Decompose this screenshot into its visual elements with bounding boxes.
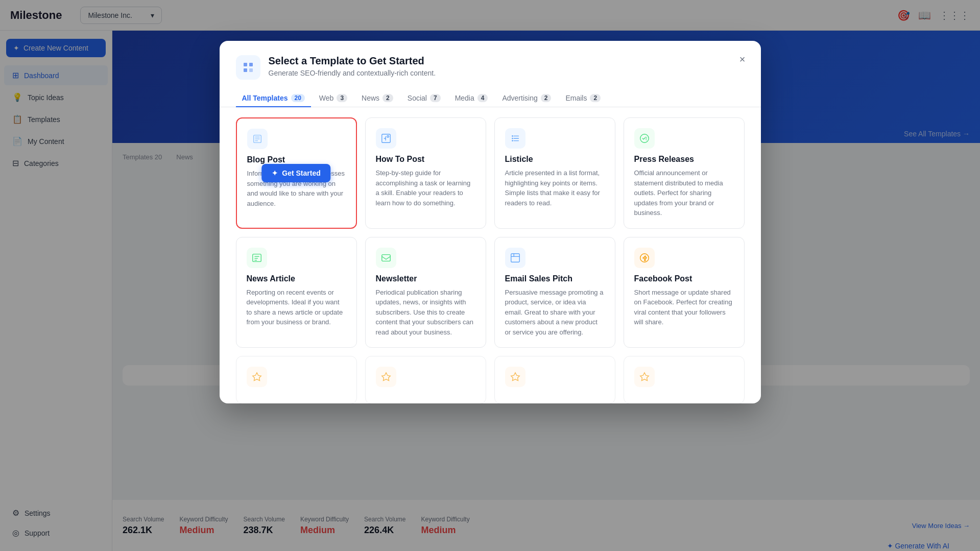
template-card-blog-post[interactable]: Blog Post Informative article that addre… — [236, 117, 357, 229]
tab-web-label: Web — [319, 94, 334, 102]
tab-advertising-count: 2 — [541, 94, 552, 102]
listicle-desc: Article presented in a list format, high… — [505, 168, 605, 208]
newsletter-desc: Periodical publication sharing updates, … — [376, 288, 475, 338]
press-releases-title: Press Releases — [634, 155, 734, 164]
svg-rect-1 — [249, 63, 253, 66]
press-releases-desc: Official announcement or statement distr… — [634, 168, 734, 218]
blog-post-title: Blog Post — [247, 155, 346, 164]
tab-social-count: 7 — [430, 94, 441, 102]
template-card-press-releases[interactable]: Press Releases Official announcement or … — [624, 117, 745, 229]
svg-rect-2 — [244, 68, 247, 72]
template-card-listicle[interactable]: Listicle Article presented in a list for… — [494, 117, 615, 229]
sparkle-icon: ✦ — [272, 169, 278, 177]
tab-media[interactable]: Media 4 — [449, 90, 494, 107]
template-card-partial-2[interactable] — [365, 356, 486, 403]
modal-header: Select a Template to Get Started Generat… — [220, 41, 761, 80]
svg-rect-22 — [511, 253, 519, 262]
tab-advertising-label: Advertising — [502, 94, 537, 102]
svg-marker-26 — [252, 373, 261, 381]
svg-marker-27 — [381, 373, 390, 381]
template-card-partial-3[interactable] — [494, 356, 615, 403]
email-sales-pitch-desc: Persuasive message promoting a product, … — [505, 288, 605, 338]
tab-advertising[interactable]: Advertising 2 — [496, 90, 557, 107]
tab-news-count: 2 — [383, 94, 393, 102]
template-card-newsletter[interactable]: Newsletter Periodical publication sharin… — [365, 237, 486, 348]
partial-1-icon — [247, 367, 267, 387]
tab-social[interactable]: Social 7 — [401, 90, 447, 107]
blog-post-icon — [247, 129, 268, 149]
modal-title-wrap: Select a Template to Get Started Generat… — [269, 55, 745, 77]
modal-title: Select a Template to Get Started — [269, 55, 745, 67]
email-sales-pitch-title: Email Sales Pitch — [505, 274, 605, 283]
svg-rect-0 — [244, 63, 247, 66]
tab-media-count: 4 — [477, 94, 488, 102]
newsletter-title: Newsletter — [376, 274, 475, 283]
email-sales-pitch-icon — [505, 248, 525, 268]
svg-rect-21 — [381, 254, 390, 261]
newsletter-icon — [376, 248, 396, 268]
tab-all-templates[interactable]: All Templates 20 — [236, 90, 311, 107]
get-started-label: Get Started — [282, 169, 320, 177]
template-card-partial-4[interactable] — [624, 356, 745, 403]
svg-point-9 — [387, 136, 389, 138]
listicle-title: Listicle — [505, 155, 605, 164]
svg-point-15 — [512, 140, 513, 141]
tab-emails[interactable]: Emails 2 — [559, 90, 607, 107]
tab-web[interactable]: Web 3 — [313, 90, 353, 107]
template-card-email-sales-pitch[interactable]: Email Sales Pitch Persuasive message pro… — [494, 237, 615, 348]
modal-subtitle: Generate SEO-friendly and contextually-r… — [269, 69, 745, 77]
tab-emails-count: 2 — [590, 94, 601, 102]
template-card-partial-1[interactable] — [236, 356, 357, 403]
partial-4-icon — [634, 367, 655, 387]
modal-icon-wrap — [236, 55, 260, 80]
news-article-title: News Article — [247, 274, 346, 283]
facebook-post-title: Facebook Post — [634, 274, 734, 283]
template-card-how-to-post[interactable]: How To Post Step-by-step guide for accom… — [365, 117, 486, 229]
partial-2-icon — [376, 367, 396, 387]
tab-all-templates-label: All Templates — [242, 94, 288, 102]
how-to-post-desc: Step-by-step guide for accomplishing a t… — [376, 168, 475, 208]
news-article-desc: Reporting on recent events or developmen… — [247, 288, 346, 327]
listicle-icon — [505, 128, 525, 149]
svg-marker-28 — [511, 373, 519, 381]
how-to-post-title: How To Post — [376, 155, 475, 164]
svg-marker-29 — [640, 373, 649, 381]
modal-header-icon — [242, 61, 254, 74]
svg-point-14 — [512, 138, 513, 139]
facebook-post-desc: Short message or update shared on Facebo… — [634, 288, 734, 327]
tab-all-templates-count: 20 — [291, 94, 305, 102]
tab-emails-label: Emails — [565, 94, 587, 102]
template-grid: Blog Post Informative article that addre… — [220, 107, 761, 403]
tab-news[interactable]: News 2 — [355, 90, 399, 107]
svg-rect-8 — [381, 134, 390, 143]
news-article-icon — [247, 248, 267, 268]
press-releases-icon — [634, 128, 655, 149]
template-card-news-article[interactable]: News Article Reporting on recent events … — [236, 237, 357, 348]
facebook-post-icon — [634, 248, 655, 268]
svg-rect-3 — [249, 68, 253, 72]
partial-3-icon — [505, 367, 525, 387]
template-card-facebook-post[interactable]: Facebook Post Short message or update sh… — [624, 237, 745, 348]
get-started-button[interactable]: ✦ Get Started — [261, 164, 330, 182]
template-modal: Select a Template to Get Started Generat… — [220, 41, 761, 403]
modal-overlay: Select a Template to Get Started Generat… — [0, 0, 980, 551]
tab-social-label: Social — [408, 94, 427, 102]
tab-news-label: News — [362, 94, 379, 102]
svg-point-13 — [512, 135, 513, 137]
tab-media-label: Media — [455, 94, 474, 102]
modal-tabs: All Templates 20 Web 3 News 2 Social 7 M… — [220, 80, 761, 107]
how-to-post-icon — [376, 128, 396, 149]
tab-web-count: 3 — [337, 94, 347, 102]
modal-close-button[interactable]: × — [734, 51, 751, 67]
